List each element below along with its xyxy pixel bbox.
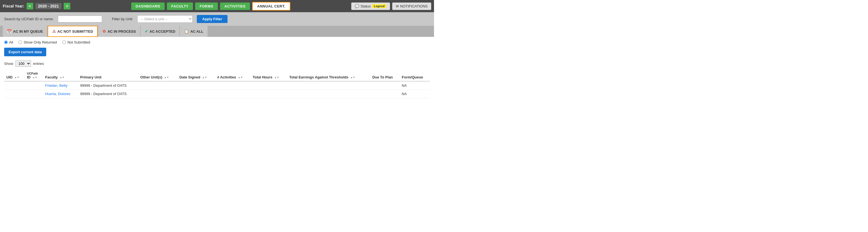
cell-faculty[interactable]: Friedan, Betty <box>43 81 78 90</box>
hours-sort-icon[interactable]: ▲▼ <box>274 76 279 79</box>
tab-label-all: AC ALL <box>190 29 203 33</box>
data-table: UID ▲▼ UCPath ID ▲▼ Faculty ▲▼ Primary U… <box>4 70 430 98</box>
col-due-to-plan: Due To Plan <box>370 70 399 81</box>
date-signed-sort-icon[interactable]: ▲▼ <box>202 76 207 79</box>
earnings-sort-icon[interactable]: ▲▼ <box>350 76 355 79</box>
activities-nav-button[interactable]: ACTIVITIES <box>220 2 250 10</box>
calendar-icon: 📅 <box>7 29 11 33</box>
status-label: Status <box>361 4 371 8</box>
tab-ac-in-process[interactable]: ⚙ AC IN PROCESS <box>98 26 140 37</box>
col-total-earnings[interactable]: Total Earnings Against Thresholds ▲▼ <box>287 70 370 81</box>
cell-ucpathid <box>25 81 43 90</box>
show-label: Show <box>4 61 13 66</box>
prev-year-button[interactable]: < <box>27 3 33 9</box>
checkmark-icon: ✔ <box>145 29 148 33</box>
legend-badge: Legend <box>372 4 386 8</box>
radio-all-label: All <box>9 40 13 45</box>
cell-num-activities <box>215 81 250 90</box>
cell-primary-unit: 99999 - Department of OATS <box>78 81 138 90</box>
tab-label-queue: AC IN MY QUEUE <box>13 29 43 33</box>
col-form-queue: Form/Queue <box>400 70 430 81</box>
mail-icon: ✉ <box>396 4 399 8</box>
ucpathid-sort-icon[interactable]: ▲▼ <box>32 76 37 79</box>
tab-ac-in-my-queue[interactable]: 📅 AC IN MY QUEUE <box>3 26 47 37</box>
faculty-link[interactable]: Friedan, Betty <box>45 83 67 88</box>
col-total-hours[interactable]: Total Hours ▲▼ <box>250 70 287 81</box>
tab-ac-not-submitted[interactable]: ⚠ AC NOT SUBMITTED <box>48 26 98 37</box>
cell-total-earnings <box>287 90 370 98</box>
search-label: Search by UCPath ID or name: <box>4 17 54 21</box>
col-uid[interactable]: UID ▲▼ <box>4 70 25 81</box>
cell-num-activities <box>215 90 250 98</box>
cell-other-units <box>138 81 178 90</box>
radio-returned-label: Show Only Returned <box>24 40 57 45</box>
unit-select[interactable]: -- Select a unit -- <box>137 15 193 23</box>
cell-uid <box>4 90 25 98</box>
cell-form-queue: NA <box>400 81 430 90</box>
cell-other-units <box>138 90 178 98</box>
col-other-units[interactable]: Other Unit(s) ▲▼ <box>138 70 178 81</box>
cell-form-queue: NA <box>400 90 430 98</box>
filter-bar: Search by UCPath ID or name: Filter by U… <box>0 12 434 26</box>
tab-ac-accepted[interactable]: ✔ AC ACCEPTED <box>141 26 179 37</box>
table-row: Huerta, Dolores99999 - Department of OAT… <box>4 90 430 98</box>
faculty-link[interactable]: Huerta, Dolores <box>45 92 70 96</box>
notifications-label: NOTIFICATIONS <box>400 4 428 8</box>
col-num-activities[interactable]: # Activities ▲▼ <box>215 70 250 81</box>
entries-label: entries <box>33 61 44 66</box>
apply-filter-button[interactable]: Apply Filter <box>197 15 228 23</box>
export-button[interactable]: Export current data <box>4 48 46 56</box>
radio-returned-input[interactable] <box>19 40 22 44</box>
filter-unit-label: Filter by Unit: <box>112 17 133 21</box>
radio-not-submitted-label: Not Submitted <box>67 40 90 45</box>
cell-due-to-plan <box>370 81 399 90</box>
table-body: Friedan, Betty99999 - Department of OATS… <box>4 81 430 98</box>
col-faculty[interactable]: Faculty ▲▼ <box>43 70 78 81</box>
forms-nav-button[interactable]: FORMS <box>195 2 218 10</box>
cell-total-hours <box>250 81 287 90</box>
next-year-button[interactable]: > <box>64 3 70 9</box>
cell-date-signed <box>177 90 215 98</box>
cell-uid <box>4 81 25 90</box>
radio-show-returned[interactable]: Show Only Returned <box>19 40 57 45</box>
tab-ac-all[interactable]: 📋 AC ALL <box>180 26 207 37</box>
radio-not-submitted[interactable]: Not Submitted <box>62 40 90 45</box>
uid-sort-icon[interactable]: ▲▼ <box>14 76 20 79</box>
tab-label-not-submitted: AC NOT SUBMITTED <box>57 29 93 33</box>
fiscal-year-label: Fiscal Year: <box>3 4 24 8</box>
cell-faculty[interactable]: Huerta, Dolores <box>43 90 78 98</box>
show-entries-row: Show 100 entries <box>4 60 430 67</box>
status-button[interactable]: 💬 Status Legend <box>351 2 390 10</box>
cell-ucpathid <box>25 90 43 98</box>
annual-cert-nav-button[interactable]: ANNUAL CERT. <box>252 2 290 10</box>
radio-all[interactable]: All <box>4 40 13 45</box>
radio-not-submitted-input[interactable] <box>62 40 66 44</box>
faculty-sort-icon[interactable]: ▲▼ <box>60 76 64 79</box>
cell-total-hours <box>250 90 287 98</box>
ucpath-label-top: UCPath <box>27 72 41 75</box>
col-primary-unit: Primary Unit <box>78 70 138 81</box>
clipboard-icon: 📋 <box>184 29 189 33</box>
radio-group: All Show Only Returned Not Submitted <box>4 40 430 45</box>
cell-total-earnings <box>287 81 370 90</box>
col-ucpath-id[interactable]: UCPath ID ▲▼ <box>25 70 43 81</box>
activities-sort-icon[interactable]: ▲▼ <box>238 76 243 79</box>
cell-primary-unit: 99999 - Department of OATS <box>78 90 138 98</box>
search-input[interactable] <box>58 16 102 23</box>
tabs-bar: 📅 AC IN MY QUEUE ⚠ AC NOT SUBMITTED ⚙ AC… <box>0 26 434 37</box>
tab-label-accepted: AC ACCEPTED <box>150 29 175 33</box>
status-icon: 💬 <box>355 4 359 8</box>
faculty-nav-button[interactable]: FACULTY <box>167 2 193 10</box>
tab-label-in-process: AC IN PROCESS <box>107 29 136 33</box>
other-units-sort-icon[interactable]: ▲▼ <box>164 76 169 79</box>
notifications-button[interactable]: ✉ NOTIFICATIONS <box>392 2 431 10</box>
table-header-row: UID ▲▼ UCPath ID ▲▼ Faculty ▲▼ Primary U… <box>4 70 430 81</box>
col-date-signed[interactable]: Date Signed ▲▼ <box>177 70 215 81</box>
gear-icon: ⚙ <box>102 29 106 33</box>
cell-date-signed <box>177 81 215 90</box>
radio-all-input[interactable] <box>4 40 8 44</box>
entries-select[interactable]: 100 <box>16 60 31 67</box>
fiscal-year-value: 2020 - 2021 <box>35 3 62 9</box>
top-navigation: Fiscal Year: < 2020 - 2021 > DASHBOARD F… <box>0 0 434 12</box>
dashboard-nav-button[interactable]: DASHBOARD <box>131 2 165 10</box>
